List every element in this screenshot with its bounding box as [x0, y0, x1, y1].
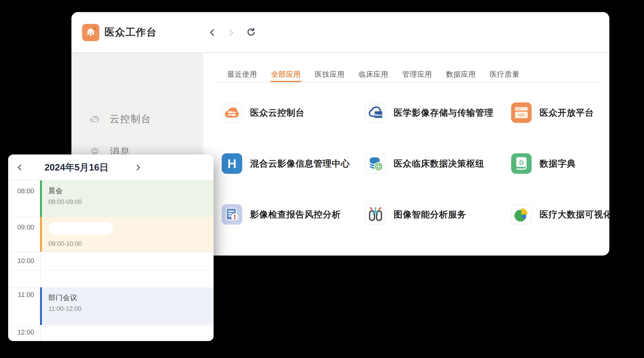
refresh-icon: [246, 27, 256, 38]
chevron-left-icon: [207, 27, 218, 38]
svg-text:D: D: [519, 159, 524, 166]
tab-recent[interactable]: 最近使用: [227, 66, 257, 82]
refresh-button[interactable]: [246, 27, 256, 38]
app-name: 图像智能分析服务: [394, 209, 466, 220]
app-item-image-ai-analysis[interactable]: 图像智能分析服务: [365, 204, 511, 225]
chevron-left-icon: [15, 162, 25, 173]
svg-text:</>: </>: [518, 113, 524, 117]
dictionary-book-icon: D: [511, 153, 532, 174]
back-button[interactable]: [207, 27, 218, 38]
event-title: 部门会议: [48, 293, 214, 303]
event-time: 11:00-12:00: [48, 305, 214, 313]
app-logo-icon: [82, 24, 99, 41]
tab-medtech-apps[interactable]: 医技应用: [315, 66, 344, 82]
app-name: 医学影像存储与传输管理: [394, 107, 494, 119]
code-window-icon: </>: [511, 102, 532, 123]
event-time: 09:00-10:00: [48, 240, 214, 247]
prev-day-button[interactable]: [15, 162, 25, 173]
forward-button[interactable]: [226, 27, 236, 38]
svg-text:H: H: [228, 157, 236, 171]
event-title-placeholder: [48, 222, 113, 235]
hour-gridline: [8, 326, 214, 327]
svg-text:Mos: Mos: [375, 113, 382, 117]
time-label: 12:00: [8, 329, 34, 336]
pie-chart-icon: [511, 204, 532, 225]
screenshot-stage: 医众工作台: [0, 0, 644, 358]
title-bar: 医众工作台: [72, 12, 609, 53]
hour-gridline: [8, 270, 214, 270]
sidebar-item-label: 云控制台: [110, 112, 152, 126]
app-item-big-data-visualization[interactable]: 医疗大数据可视化: [511, 204, 609, 225]
time-label: 10:00: [8, 257, 34, 265]
app-name: 数据字典: [540, 158, 576, 170]
chevron-right-icon: [132, 162, 143, 173]
tab-data-apps[interactable]: 数据应用: [446, 66, 476, 82]
lungs-icon: [365, 204, 386, 225]
app-item-open-platform[interactable]: </> 医众开放平台: [511, 102, 609, 123]
event-time: 08:00-09:00: [48, 198, 214, 206]
calendar-event-untitled[interactable]: 09:00-10:00: [40, 217, 214, 252]
app-item-report-risk-analysis[interactable]: 影像检查报告风控分析: [222, 204, 365, 225]
app-item-data-dictionary[interactable]: D 数据字典: [511, 153, 609, 174]
tab-all-apps[interactable]: 全部应用: [271, 66, 301, 82]
calendar-panel: 2024年5月16日 08:00 09:00 10:00 11:00 12:00…: [8, 155, 214, 341]
app-grid: 医众云控制台 Mos 医学影像存储与传输管理: [222, 102, 609, 225]
app-name: 医众开放平台: [540, 107, 594, 119]
app-name: 医众临床数据决策枢纽: [394, 158, 484, 170]
tab-clinical-apps[interactable]: 临床应用: [358, 66, 388, 82]
app-item-clinical-data-hub[interactable]: 医众临床数据决策枢纽: [365, 153, 511, 174]
calendar-day-grid: 08:00 09:00 10:00 11:00 12:00 晨会 08:00-0…: [8, 180, 214, 341]
app-title: 医众工作台: [104, 12, 157, 52]
app-name: 医疗大数据可视化: [540, 209, 609, 220]
hour-gridline: [8, 252, 214, 252]
report-alert-icon: [222, 204, 242, 225]
next-day-button[interactable]: [132, 162, 143, 173]
database-plus-icon: [365, 153, 386, 174]
calendar-header: 2024年5月16日: [8, 155, 214, 180]
mos-cloud-icon: Mos: [365, 102, 386, 123]
app-item-pacs[interactable]: Mos 医学影像存储与传输管理: [365, 102, 511, 123]
app-name: 混合云影像信息管理中心: [250, 158, 350, 170]
app-name: 影像检查报告风控分析: [250, 209, 341, 220]
app-item-cloud-console[interactable]: 医众云控制台: [222, 102, 365, 123]
tab-management-apps[interactable]: 管理应用: [402, 66, 432, 82]
time-label: 09:00: [8, 223, 34, 231]
calendar-event-morning-meeting[interactable]: 晨会 08:00-09:00: [40, 180, 214, 217]
cloud-sliders-icon: [88, 112, 101, 126]
time-label: 11:00: [8, 291, 34, 299]
sidebar-item-cloud-console[interactable]: 云控制台: [72, 106, 203, 132]
event-title: 晨会: [48, 186, 214, 196]
chevron-right-icon: [226, 27, 236, 38]
tab-medical-quality[interactable]: 医疗质量: [490, 66, 520, 82]
calendar-event-department-meeting[interactable]: 部门会议 11:00-12:00: [40, 287, 214, 325]
app-category-tabs: 最近使用 全部应用 医技应用 临床应用 管理应用 数据应用 医疗质量: [227, 66, 520, 82]
app-name: 医众云控制台: [250, 107, 304, 119]
calendar-date-title: 2024年5月16日: [36, 155, 118, 180]
app-item-hybrid-cloud-imaging[interactable]: H 混合云影像信息管理中心: [222, 153, 365, 174]
cloud-console-icon: [222, 102, 242, 123]
letter-h-icon: H: [222, 153, 242, 174]
time-label: 08:00: [8, 187, 34, 195]
